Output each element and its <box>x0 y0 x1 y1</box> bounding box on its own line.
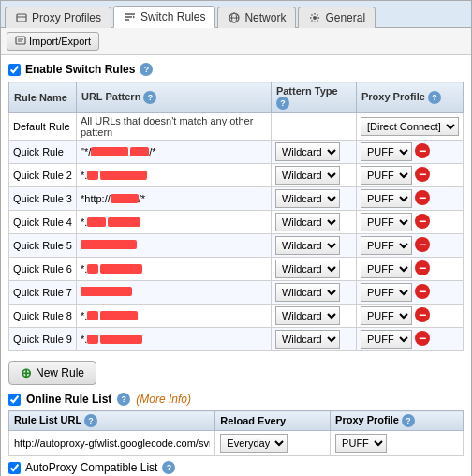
reload-every-select[interactable]: Everyday Weekly Monthly Never <box>220 434 288 453</box>
proxy-select[interactable]: PUFF <box>361 260 412 278</box>
proxy-select[interactable]: PUFF <box>361 166 412 185</box>
network-icon <box>228 11 241 24</box>
rule-pattern-cell: "*//* <box>76 141 271 164</box>
online-rule-list-header: Online Rule List ? (More Info) <box>8 393 464 406</box>
remove-rule-button[interactable]: − <box>415 143 430 158</box>
online-rule-info-icon: ? <box>117 393 130 406</box>
rule-row: Quick Rule 6*.WildcardPUFF− <box>9 258 464 281</box>
pattern-type-select[interactable]: Wildcard <box>275 306 340 325</box>
proxy-select[interactable]: PUFF <box>361 213 412 231</box>
online-rule-list-label: Online Rule List <box>26 393 111 406</box>
more-info-link[interactable]: (More Info) <box>136 393 191 406</box>
auto-proxy-row: AutoProxy Compatible List ? <box>8 461 464 474</box>
default-rule-pattern: All URLs that doesn't match any other pa… <box>76 113 271 141</box>
rule-row: Quick Rule 8*.WildcardPUFF− <box>9 305 464 328</box>
new-rule-button[interactable]: ⊕ New Rule <box>8 361 96 385</box>
tab-switch-rules[interactable]: Switch Rules <box>113 6 215 28</box>
tab-network[interactable]: Network <box>217 7 296 28</box>
proxy-select[interactable]: PUFF <box>361 236 412 255</box>
rule-pattern-type-cell: Wildcard <box>271 281 356 305</box>
auto-proxy-checkbox[interactable] <box>8 462 21 474</box>
gear-icon <box>308 11 321 24</box>
remove-rule-button[interactable]: − <box>415 331 430 346</box>
import-export-button[interactable]: Import/Export <box>7 32 99 51</box>
main-window: Proxy Profiles Switch Rules Network Gene… <box>0 0 472 476</box>
pattern-type-select[interactable]: Wildcard <box>275 260 340 278</box>
enable-info-icon: ? <box>140 63 153 76</box>
redacted-url <box>100 171 147 180</box>
remove-rule-button[interactable]: − <box>415 214 430 229</box>
url-proxy-info-icon: ? <box>402 414 415 427</box>
url-table-header-url: Rule List URL ? <box>9 411 215 431</box>
col-header-pattern-type: Pattern Type ? <box>271 82 356 113</box>
remove-rule-button[interactable]: − <box>415 284 430 299</box>
enable-switch-rules-checkbox[interactable] <box>8 64 21 76</box>
rule-name-cell: Quick Rule 7 <box>9 281 77 305</box>
col-header-url-pattern: URL Pattern ? <box>76 82 271 113</box>
url-table-header-reload: Reload Every <box>215 411 331 431</box>
pattern-type-select[interactable]: Wildcard <box>275 330 340 349</box>
rule-pattern-type-cell: Wildcard <box>271 211 356 234</box>
rule-name-cell: Quick Rule 6 <box>9 258 77 281</box>
rule-row: Quick Rule 7WildcardPUFF− <box>9 281 464 305</box>
rule-row: Quick Rule 2*.WildcardPUFF− <box>9 164 464 187</box>
redacted-url <box>108 217 140 227</box>
rule-pattern-type-cell: Wildcard <box>271 305 356 328</box>
rule-name-cell: Quick Rule 4 <box>9 211 77 234</box>
url-table-row: Everyday Weekly Monthly Never PUFF <box>9 431 464 456</box>
remove-rule-button[interactable]: − <box>415 260 430 275</box>
tab-switch-rules-label: Switch Rules <box>140 10 205 23</box>
rule-list-url-input[interactable] <box>14 438 210 449</box>
rule-proxy-cell: PUFF− <box>356 234 463 258</box>
rule-pattern-type-cell: Wildcard <box>271 258 356 281</box>
url-proxy-select[interactable]: PUFF <box>335 434 387 453</box>
default-rule-type <box>271 113 356 141</box>
proxy-select[interactable]: PUFF <box>361 142 412 161</box>
remove-rule-button[interactable]: − <box>415 237 430 252</box>
default-rule-row: Default Rule All URLs that doesn't match… <box>9 113 464 141</box>
rule-name-cell: Quick Rule 9 <box>9 328 77 351</box>
online-rule-list-checkbox[interactable] <box>8 394 21 406</box>
pattern-type-select[interactable]: Wildcard <box>275 142 340 161</box>
content-area: Enable Switch Rules ? Rule Name URL Patt… <box>1 55 471 476</box>
rule-name-cell: Quick Rule 3 <box>9 187 77 211</box>
default-rule-proxy: [Direct Connect] <box>356 113 463 141</box>
import-export-label: Import/Export <box>29 36 91 47</box>
pattern-type-select[interactable]: Wildcard <box>275 189 340 208</box>
rule-proxy-cell: PUFF− <box>356 141 463 164</box>
tab-general[interactable]: General <box>298 7 376 28</box>
rule-pattern-cell: *. <box>76 328 271 351</box>
plus-icon: ⊕ <box>21 365 32 380</box>
svg-rect-0 <box>17 14 26 22</box>
pattern-type-select[interactable]: Wildcard <box>275 236 340 255</box>
pattern-type-select[interactable]: Wildcard <box>275 283 340 302</box>
rule-row: Quick Rule 9*.WildcardPUFF− <box>9 328 464 351</box>
remove-rule-button[interactable]: − <box>415 167 430 182</box>
proxy-select[interactable]: PUFF <box>361 330 412 349</box>
rule-name-cell: Quick Rule <box>9 141 77 164</box>
tab-proxy-profiles[interactable]: Proxy Profiles <box>5 7 111 28</box>
rule-pattern-type-cell: Wildcard <box>271 164 356 187</box>
redacted-url <box>130 147 149 156</box>
remove-rule-button[interactable]: − <box>415 307 430 322</box>
pattern-type-select[interactable]: Wildcard <box>275 166 340 185</box>
proxy-select[interactable]: PUFF <box>361 306 412 325</box>
col-header-rule-name: Rule Name <box>9 82 77 113</box>
pattern-type-select[interactable]: Wildcard <box>275 213 340 231</box>
remove-rule-button[interactable]: − <box>415 190 430 205</box>
rule-proxy-cell: PUFF− <box>356 211 463 234</box>
url-table-proxy-cell: PUFF <box>331 431 464 456</box>
redacted-url <box>100 264 142 274</box>
rule-row: Quick Rule 4*.WildcardPUFF− <box>9 211 464 234</box>
redacted-url <box>87 264 98 274</box>
proxy-select[interactable]: PUFF <box>361 189 412 208</box>
enable-switch-rules-label: Enable Switch Rules <box>25 63 135 76</box>
redacted-url <box>100 335 142 344</box>
proxy-select[interactable]: PUFF <box>361 283 412 302</box>
default-rule-name: Default Rule <box>9 113 77 141</box>
svg-point-5 <box>313 16 317 20</box>
toolbar: Import/Export <box>1 28 471 55</box>
rule-proxy-cell: PUFF− <box>356 328 463 351</box>
rule-pattern-cell: *. <box>76 164 271 187</box>
default-rule-proxy-select[interactable]: [Direct Connect] <box>361 117 459 136</box>
